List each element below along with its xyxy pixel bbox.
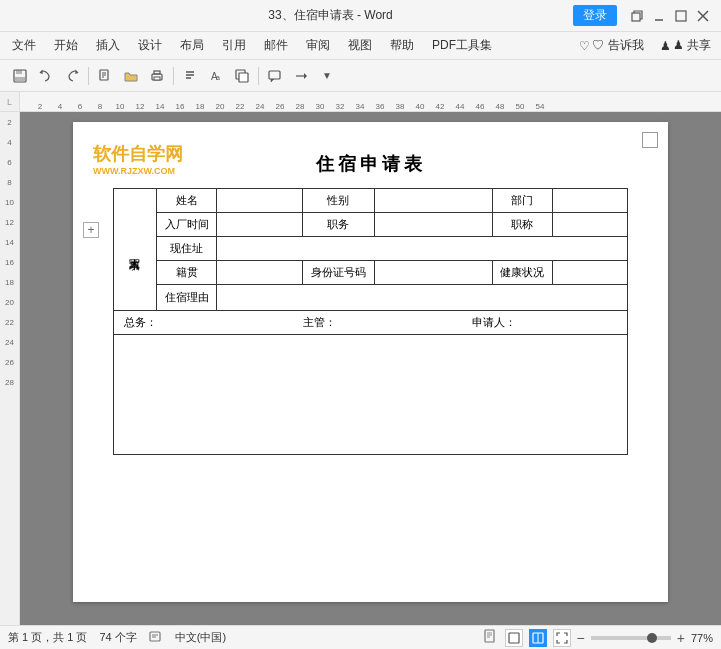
view-web-button[interactable] [529, 629, 547, 647]
menu-home[interactable]: 开始 [46, 35, 86, 56]
field-label-reason: 住宿理由 [156, 285, 217, 311]
menu-references[interactable]: 引用 [214, 35, 254, 56]
svg-rect-21 [239, 73, 248, 82]
ruler-num: 2 [30, 102, 50, 111]
ruler-num: 14 [150, 102, 170, 111]
ruler-num: 54 [530, 102, 550, 111]
menu-help[interactable]: 帮助 [382, 35, 422, 56]
svg-rect-14 [154, 77, 160, 80]
print-button[interactable] [145, 64, 169, 88]
section-label: 本人填写 [114, 189, 157, 311]
track-changes-icon [149, 630, 163, 646]
zoom-handle[interactable] [647, 633, 657, 643]
lightbulb-icon: ♡ [579, 39, 590, 53]
ruler-num: 38 [390, 102, 410, 111]
word-count: 74 个字 [99, 630, 136, 646]
field-label-dept: 部门 [492, 189, 553, 213]
menu-pdf[interactable]: PDF工具集 [424, 35, 500, 56]
status-right: − + 77% [483, 629, 713, 647]
share-icon: ♟ [660, 39, 671, 53]
undo-button[interactable] [34, 64, 58, 88]
view-print-button[interactable] [505, 629, 523, 647]
ruler-num: 50 [510, 102, 530, 111]
save-button[interactable] [8, 64, 32, 88]
close-button[interactable] [693, 6, 713, 26]
field-value-title[interactable] [553, 213, 628, 237]
restore-button[interactable] [627, 6, 647, 26]
new-button[interactable] [93, 64, 117, 88]
language: 中文(中国) [175, 630, 226, 646]
field-value-gender[interactable] [375, 189, 492, 213]
summary-cell: 总务： 主管： 申请人： [114, 311, 628, 335]
summary-row: 总务： 主管： 申请人： [114, 311, 628, 335]
supervisor-label: 主管： [303, 316, 336, 328]
side-ruler-num: 18 [0, 272, 19, 292]
comment-button[interactable] [263, 64, 287, 88]
menu-design[interactable]: 设计 [130, 35, 170, 56]
side-ruler: 2 4 6 8 10 12 14 16 18 20 22 24 26 28 [0, 112, 20, 625]
field-value-entry[interactable] [217, 213, 302, 237]
ruler-num: 4 [50, 102, 70, 111]
field-label-gender: 性别 [302, 189, 375, 213]
field-value-position[interactable] [375, 213, 492, 237]
field-value-address[interactable] [217, 237, 628, 261]
field-value-dept[interactable] [553, 189, 628, 213]
login-button[interactable]: 登录 [573, 5, 617, 26]
general-manager-label: 总务： [124, 316, 157, 328]
ruler-num: 42 [430, 102, 450, 111]
table-row: 住宿理由 [114, 285, 628, 311]
svg-rect-6 [16, 70, 22, 74]
side-ruler-num: 24 [0, 332, 19, 352]
main-area: 2 4 6 8 10 12 14 16 18 20 22 24 26 28 软件… [0, 112, 721, 625]
table-row: 籍贯 身份证号码 健康状况 [114, 261, 628, 285]
menu-insert[interactable]: 插入 [88, 35, 128, 56]
field-label-id: 身份证号码 [302, 261, 375, 285]
field-value-hometown[interactable] [217, 261, 302, 285]
svg-rect-0 [632, 13, 640, 21]
view-focus-button[interactable] [553, 629, 571, 647]
empty-cell [114, 335, 628, 455]
zoom-slider[interactable] [591, 636, 671, 640]
doc-icon [483, 629, 499, 647]
spell-button[interactable]: Aa [204, 64, 228, 88]
ruler-num: 46 [470, 102, 490, 111]
maximize-button[interactable] [671, 6, 691, 26]
field-value-reason[interactable] [217, 285, 628, 311]
field-label-title: 职称 [492, 213, 553, 237]
menu-mail[interactable]: 邮件 [256, 35, 296, 56]
field-value-name[interactable] [217, 189, 302, 213]
separator2 [173, 67, 174, 85]
side-ruler-num: 22 [0, 312, 19, 332]
copy-format-button[interactable] [230, 64, 254, 88]
menu-layout[interactable]: 布局 [172, 35, 212, 56]
track-button[interactable] [289, 64, 313, 88]
more-btn[interactable]: ▼ [315, 64, 339, 88]
menu-file[interactable]: 文件 [4, 35, 44, 56]
doc-area[interactable]: 软件自学网 WWW.RJZXW.COM + 住宿申请表 [20, 112, 721, 625]
redo-button[interactable] [60, 64, 84, 88]
add-table-button[interactable]: + [83, 222, 99, 238]
tell-me-item[interactable]: ♡ ♡ 告诉我 [573, 35, 649, 56]
svg-marker-24 [304, 73, 307, 79]
open-button[interactable] [119, 64, 143, 88]
separator [88, 67, 89, 85]
window-title: 33、住宿申请表 - Word [88, 7, 573, 24]
share-item[interactable]: ♟ ♟ 共享 [654, 35, 717, 56]
field-value-id[interactable] [375, 261, 492, 285]
table-row: 现住址 [114, 237, 628, 261]
minimize-button[interactable] [649, 6, 669, 26]
zoom-plus[interactable]: + [677, 630, 685, 646]
field-label-entry: 入厂时间 [156, 213, 217, 237]
format-button[interactable] [178, 64, 202, 88]
menu-review[interactable]: 审阅 [298, 35, 338, 56]
document-title[interactable]: 住宿申请表 [113, 152, 628, 176]
svg-rect-32 [509, 633, 519, 643]
ruler-num: 12 [130, 102, 150, 111]
menu-view[interactable]: 视图 [340, 35, 380, 56]
zoom-minus[interactable]: − [577, 630, 585, 646]
applicant-label: 申请人： [472, 316, 516, 328]
svg-rect-2 [676, 11, 686, 21]
ruler-num: 18 [190, 102, 210, 111]
field-value-health[interactable] [553, 261, 628, 285]
table-row: 入厂时间 职务 职称 [114, 213, 628, 237]
